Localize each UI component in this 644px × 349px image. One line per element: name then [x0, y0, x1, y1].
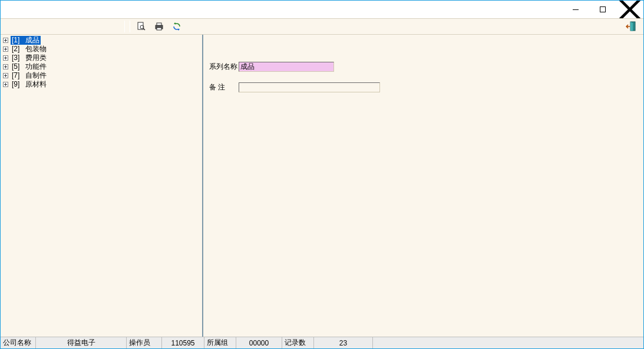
svg-line-4 — [143, 28, 145, 30]
tree-node[interactable]: [9] 原材料 — [2, 80, 202, 89]
refresh-icon — [172, 22, 181, 31]
tree-node[interactable]: [5] 功能件 — [2, 62, 202, 71]
window-titlebar — [1, 1, 643, 18]
recordcount-value: 23 — [314, 337, 373, 348]
category-tree[interactable]: [1] 成品[2] 包装物[3] 费用类[5] 功能件[7] 自制件[9] 原材… — [2, 36, 202, 89]
tree-node-label: [5] 功能件 — [11, 62, 48, 71]
operator-value: 110595 — [162, 337, 204, 348]
tree-node-label: [7] 自制件 — [11, 71, 48, 80]
tree-node[interactable]: [2] 包装物 — [2, 45, 202, 54]
recordcount-label: 记录数 — [282, 337, 314, 348]
category-tree-panel: [1] 成品[2] 包装物[3] 费用类[5] 功能件[7] 自制件[9] 原材… — [1, 35, 203, 337]
tree-node-label: [9] 原材料 — [11, 80, 48, 89]
exit-button[interactable] — [623, 19, 639, 34]
tree-expander-icon[interactable] — [3, 38, 8, 43]
tree-node[interactable]: [3] 费用类 — [2, 54, 202, 62]
svg-rect-6 — [157, 23, 161, 25]
toolbar — [1, 18, 643, 35]
series-name-row: 系列名称 成品 — [209, 62, 643, 72]
main-area: [1] 成品[2] 包装物[3] 费用类[5] 功能件[7] 自制件[9] 原材… — [1, 35, 643, 337]
group-label: 所属组 — [204, 337, 236, 348]
status-bar: 公司名称 得益电子 操作员 110595 所属组 00000 记录数 23 — [1, 337, 643, 348]
print-button[interactable] — [151, 19, 167, 34]
tree-node-label: [1] 成品 — [11, 36, 41, 45]
toolbar-separator — [130, 21, 130, 32]
svg-rect-7 — [157, 28, 161, 30]
remark-label: 备 注 — [209, 82, 239, 92]
tree-expander-icon[interactable] — [3, 46, 8, 52]
tree-expander-icon[interactable] — [3, 64, 8, 69]
detail-panel: 系列名称 成品 备 注 — [203, 35, 643, 337]
series-name-label: 系列名称 — [209, 62, 239, 72]
tree-node[interactable]: [1] 成品 — [2, 36, 202, 45]
tree-node-label: [3] 费用类 — [11, 54, 48, 62]
printer-icon — [154, 22, 164, 31]
page-magnifier-icon — [137, 22, 146, 31]
tree-expander-icon[interactable] — [3, 55, 8, 61]
tree-expander-icon[interactable] — [3, 73, 8, 78]
tree-node[interactable]: [7] 自制件 — [2, 71, 202, 80]
window-close-button[interactable] — [616, 1, 643, 18]
company-value: 得益电子 — [36, 337, 127, 348]
svg-marker-9 — [630, 22, 633, 31]
window-minimize-button[interactable] — [562, 1, 589, 18]
print-preview-button[interactable] — [134, 19, 149, 34]
refresh-button[interactable] — [169, 19, 184, 34]
operator-label: 操作员 — [127, 337, 162, 348]
tree-expander-icon[interactable] — [3, 82, 8, 87]
group-value: 00000 — [236, 337, 282, 348]
series-name-value: 成品 — [239, 62, 334, 72]
company-label: 公司名称 — [1, 337, 36, 348]
remark-input[interactable] — [239, 82, 380, 92]
remark-row: 备 注 — [209, 82, 643, 92]
tree-node-label: [2] 包装物 — [11, 45, 48, 54]
exit-door-icon — [626, 21, 636, 32]
toolbar-separator — [124, 21, 125, 32]
window-maximize-button[interactable] — [589, 1, 616, 18]
